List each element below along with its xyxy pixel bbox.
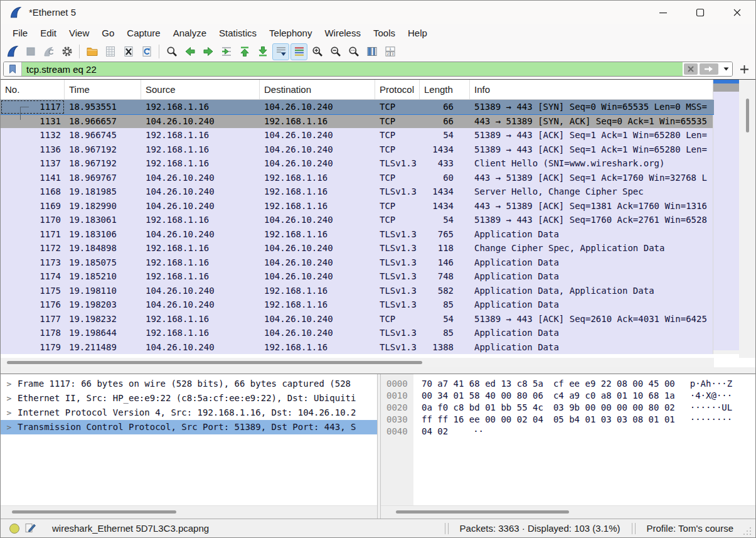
auto-scroll-toggle-button[interactable] xyxy=(272,43,289,60)
filter-add-button[interactable] xyxy=(736,62,752,77)
packet-row-1172[interactable]: 117219.184898192.168.1.16104.26.10.240TL… xyxy=(1,241,714,256)
packet-row-1168[interactable]: 116819.181985104.26.10.240192.168.1.16TL… xyxy=(1,185,714,199)
colorize-toggle-button[interactable] xyxy=(290,43,307,60)
packet-row-1170[interactable]: 117019.183061192.168.1.16104.26.10.240TC… xyxy=(1,213,714,227)
go-last-packet-button[interactable] xyxy=(254,43,271,60)
maximize-button[interactable] xyxy=(681,1,718,24)
start-capture-button[interactable] xyxy=(4,43,21,60)
filter-clear-button[interactable] xyxy=(683,62,698,76)
column-header-source[interactable]: Source xyxy=(141,80,260,99)
capture-options-button[interactable] xyxy=(58,43,75,60)
maximize-icon xyxy=(695,8,705,18)
menu-wireless[interactable]: Wireless xyxy=(318,26,367,40)
horizontal-scrollbar-thumb[interactable] xyxy=(396,510,569,514)
zoom-reset-button[interactable] xyxy=(345,43,362,60)
filter-bookmark-button[interactable] xyxy=(4,62,22,76)
zoom-in-button[interactable] xyxy=(309,43,326,60)
hex-line-0040[interactable]: 004004 02·· xyxy=(381,426,755,438)
hex-line-0020[interactable]: 00200a f0 c8 bd 01 bb 55 4c03 9b 00 00 0… xyxy=(381,402,755,414)
go-first-packet-button[interactable] xyxy=(236,43,253,60)
packet-row-1176[interactable]: 117619.198203104.26.10.240192.168.1.16TL… xyxy=(1,298,714,312)
close-file-button[interactable] xyxy=(120,43,137,60)
vertical-scrollbar-thumb[interactable] xyxy=(746,99,749,132)
column-header-no[interactable]: No. xyxy=(1,80,65,99)
minimize-button[interactable] xyxy=(644,1,681,24)
hex-line-0010[interactable]: 001000 34 01 58 40 00 80 06c4 a9 c0 a8 0… xyxy=(381,390,755,402)
detail-tree-item[interactable]: >Internet Protocol Version 4, Src: 192.1… xyxy=(1,406,377,420)
menu-statistics[interactable]: Statistics xyxy=(213,26,263,40)
horizontal-scrollbar-thumb[interactable] xyxy=(7,361,422,364)
expert-info-icon[interactable] xyxy=(9,524,19,534)
expand-chevron-icon[interactable]: > xyxy=(1,420,18,434)
packet-row-1141[interactable]: 114118.969767104.26.10.240192.168.1.16TC… xyxy=(1,171,714,185)
column-header-protocol[interactable]: Protocol xyxy=(375,80,420,99)
packet-row-1117[interactable]: 111718.953551192.168.1.16104.26.10.240TC… xyxy=(1,100,714,114)
filter-dropdown-button[interactable] xyxy=(720,62,732,76)
go-to-packet-button[interactable] xyxy=(218,43,235,60)
hex-line-0030[interactable]: 0030ff ff 16 ee 00 00 02 0405 b4 01 03 0… xyxy=(381,414,755,426)
packet-row-1175[interactable]: 117519.198110104.26.10.240192.168.1.16TL… xyxy=(1,284,714,298)
layout-123-button[interactable]: 123 xyxy=(381,43,398,60)
status-bar: wireshark_Ethernet 5D7L3C3.pcapng Packet… xyxy=(1,519,755,537)
column-header-time[interactable]: Time xyxy=(65,80,141,99)
menu-file[interactable]: File xyxy=(6,26,34,40)
detail-tree-item[interactable]: >Frame 1117: 66 bytes on wire (528 bits)… xyxy=(1,377,377,391)
packet-row-1137[interactable]: 113718.967192192.168.1.16104.26.10.240TL… xyxy=(1,156,714,171)
menu-tools[interactable]: Tools xyxy=(367,26,402,40)
menu-telephony[interactable]: Telephony xyxy=(263,26,318,40)
column-header-length[interactable]: Length xyxy=(420,80,470,99)
profile-selector[interactable]: Profile: Tom's course xyxy=(637,523,738,534)
cell-destination: 104.26.10.240 xyxy=(260,241,375,256)
packet-row-1131[interactable]: 113118.966657104.26.10.240192.168.1.16TC… xyxy=(1,114,714,129)
filter-apply-button[interactable] xyxy=(698,62,720,76)
expand-chevron-icon[interactable]: > xyxy=(1,406,18,420)
packet-row-1178[interactable]: 117819.198644192.168.1.16104.26.10.240TL… xyxy=(1,326,714,340)
menu-capture[interactable]: Capture xyxy=(120,26,166,40)
close-button[interactable] xyxy=(718,1,755,24)
cell-destination: 104.26.10.240 xyxy=(260,128,375,143)
column-header-destination[interactable]: Destination xyxy=(260,80,375,99)
menu-help[interactable]: Help xyxy=(402,26,434,40)
horizontal-scrollbar-thumb[interactable] xyxy=(12,510,176,514)
packet-row-1169[interactable]: 116919.182990104.26.10.240192.168.1.16TC… xyxy=(1,199,714,213)
packet-list-horizontal-scrollbar[interactable] xyxy=(1,358,714,367)
hex-offset: 0040 xyxy=(381,426,413,438)
resize-grip[interactable] xyxy=(743,527,752,535)
cell-source: 104.26.10.240 xyxy=(141,171,260,185)
packet-row-1177[interactable]: 117719.198232192.168.1.16104.26.10.240TC… xyxy=(1,312,714,326)
packet-list-minimap[interactable] xyxy=(713,80,739,354)
column-header-info[interactable]: Info xyxy=(470,80,714,99)
packet-row-1171[interactable]: 117119.183106104.26.10.240192.168.1.16TL… xyxy=(1,227,714,242)
cell-info: Application Data xyxy=(470,326,714,340)
expand-chevron-icon[interactable]: > xyxy=(1,377,18,391)
packet-list-vertical-scrollbar[interactable] xyxy=(739,80,755,358)
resize-columns-button[interactable] xyxy=(363,43,380,60)
zoom-out-button[interactable] xyxy=(327,43,344,60)
menu-edit[interactable]: Edit xyxy=(34,26,63,40)
packet-row-1174[interactable]: 117419.185210192.168.1.16104.26.10.240TL… xyxy=(1,269,714,284)
hex-line-0000[interactable]: 000070 a7 41 68 ed 13 c8 5acf ee e9 22 0… xyxy=(381,378,755,390)
display-filter-input[interactable]: tcp.stream eq 22 xyxy=(22,62,683,76)
cell-time: 18.966745 xyxy=(65,128,141,143)
packet-row-1136[interactable]: 113618.967192192.168.1.16104.26.10.240TC… xyxy=(1,143,714,157)
capture-comment-button[interactable] xyxy=(25,522,36,535)
go-forward-button[interactable] xyxy=(200,43,216,60)
expand-chevron-icon[interactable]: > xyxy=(1,391,18,406)
packet-row-1173[interactable]: 117319.185075192.168.1.16104.26.10.240TL… xyxy=(1,256,714,270)
details-horizontal-scrollbar[interactable] xyxy=(1,505,377,519)
detail-tree-item[interactable]: >Transmission Control Protocol, Src Port… xyxy=(1,420,377,434)
display-filter-field[interactable]: tcp.stream eq 22 xyxy=(3,62,733,77)
go-back-button[interactable] xyxy=(181,43,198,60)
menu-analyze[interactable]: Analyze xyxy=(167,26,213,40)
open-file-button[interactable] xyxy=(83,43,100,60)
detail-tree-item[interactable]: >Ethernet II, Src: HP_ee:e9:22 (c8:5a:cf… xyxy=(1,391,377,406)
menu-view[interactable]: View xyxy=(63,26,95,40)
pane-splitter[interactable] xyxy=(1,367,755,374)
packet-row-1179[interactable]: 117919.211489104.26.10.240192.168.1.16TL… xyxy=(1,340,714,355)
packet-row-1132[interactable]: 113218.966745192.168.1.16104.26.10.240TC… xyxy=(1,128,714,143)
cell-length: 85 xyxy=(420,298,470,312)
hex-horizontal-scrollbar[interactable] xyxy=(381,505,755,519)
find-packet-button[interactable] xyxy=(163,43,180,60)
menu-go[interactable]: Go xyxy=(95,26,120,40)
reload-file-button[interactable] xyxy=(138,43,155,60)
